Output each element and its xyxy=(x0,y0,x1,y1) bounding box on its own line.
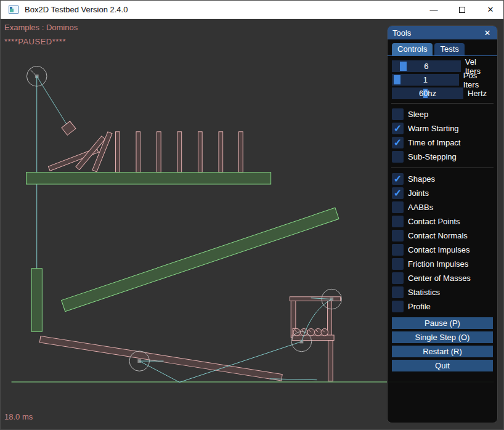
hertz-label: Hertz xyxy=(468,89,487,98)
checkbox-label: Profile xyxy=(408,302,431,311)
pos-iters-row: 1 Pos Iters xyxy=(392,74,493,86)
tools-panel-title: Tools xyxy=(392,28,411,38)
panel-close-icon[interactable]: ✕ xyxy=(482,28,492,38)
checkbox-profile[interactable] xyxy=(392,301,404,312)
hertz-input[interactable]: 60 hz xyxy=(392,87,463,99)
checkbox-label: Sub-Stepping xyxy=(408,152,457,161)
tools-tabs: Controls Tests xyxy=(388,39,497,56)
domino xyxy=(239,132,243,172)
checkbox-label: Statistics xyxy=(408,288,440,297)
checkbox-joints[interactable]: ✓ xyxy=(392,187,404,199)
check-row-warm-starting[interactable]: ✓ Warm Starting xyxy=(392,121,493,136)
checkbox-sub-stepping[interactable] xyxy=(392,151,404,163)
window-title: Box2D Testbed Version 2.4.0 xyxy=(25,5,128,14)
check-row-friction-impulses[interactable]: Friction Impulses xyxy=(392,257,493,271)
check-row-sleep[interactable]: Sleep xyxy=(392,107,493,121)
paused-label: ****PAUSED**** xyxy=(4,37,66,46)
checkbox-time-of-impact[interactable]: ✓ xyxy=(392,137,404,148)
vel-iters-slider[interactable]: 6 xyxy=(392,60,461,72)
checkbox-contact-normals[interactable] xyxy=(392,230,404,241)
checkbox-label: Sleep xyxy=(408,110,428,119)
check-row-contact-impulses[interactable]: Contact Impulses xyxy=(392,243,493,257)
single-step-button[interactable]: Single Step (O) xyxy=(392,331,493,343)
frame-time-label: 18.0 ms xyxy=(4,412,33,421)
pendulum-bob xyxy=(62,121,76,136)
check-row-sub-stepping[interactable]: Sub-Stepping xyxy=(392,150,493,164)
ramp xyxy=(62,208,339,311)
checkbox-friction-impulses[interactable] xyxy=(392,258,404,270)
domino xyxy=(156,132,161,172)
minimize-button[interactable]: — xyxy=(420,1,448,19)
check-row-contact-normals[interactable]: Contact Normals xyxy=(392,229,493,243)
checkbox-label: Joints xyxy=(408,189,429,198)
hertz-value: 6 xyxy=(419,89,423,98)
close-button[interactable]: ✕ xyxy=(476,1,504,19)
checkbox-aabbs[interactable] xyxy=(392,201,404,213)
domino xyxy=(198,132,202,172)
check-row-statistics[interactable]: Statistics xyxy=(392,285,493,299)
check-icon: ✓ xyxy=(394,189,402,198)
hertz-row: 60 hz Hertz xyxy=(392,87,493,99)
check-row-shapes[interactable]: ✓ Shapes xyxy=(392,172,493,186)
checkbox-sleep[interactable] xyxy=(392,108,404,120)
checkbox-statistics[interactable] xyxy=(392,286,404,298)
domino xyxy=(115,132,120,172)
checkbox-label: Center of Masses xyxy=(408,274,471,283)
window-titlebar[interactable]: Box2D Testbed Version 2.4.0 — ✕ xyxy=(1,1,504,19)
separator xyxy=(391,168,494,168)
frame-structure xyxy=(290,297,340,381)
check-icon: ✓ xyxy=(394,138,402,148)
domino xyxy=(219,132,223,172)
seesaw-plank xyxy=(39,336,282,381)
check-row-center-of-masses[interactable]: Center of Masses xyxy=(392,271,493,285)
checkbox-contact-points[interactable] xyxy=(392,216,404,227)
example-label: Examples : Dominos xyxy=(4,23,78,32)
joint-anchor-dot xyxy=(330,298,333,301)
pos-iters-label: Pos Iters xyxy=(463,71,493,89)
checkbox-label: Friction Impulses xyxy=(408,259,468,269)
check-row-aabbs[interactable]: AABBs xyxy=(392,200,493,214)
vel-iters-value: 6 xyxy=(424,62,428,71)
checkbox-label: Time of Impact xyxy=(408,138,460,147)
checkbox-label: Contact Points xyxy=(408,217,460,226)
separator xyxy=(391,103,494,103)
check-row-joints[interactable]: ✓ Joints xyxy=(392,186,493,200)
checkbox-contact-impulses[interactable] xyxy=(392,244,404,256)
maximize-icon xyxy=(459,7,465,13)
maximize-button[interactable] xyxy=(448,1,476,19)
checkbox-label: Shapes xyxy=(408,174,435,184)
pause-button[interactable]: Pause (P) xyxy=(392,317,493,329)
check-row-profile[interactable]: Profile xyxy=(392,299,493,314)
rope-to-bob xyxy=(37,76,69,128)
domino xyxy=(177,132,182,172)
checkbox-center-of-masses[interactable] xyxy=(392,272,404,284)
checkbox-label: Contact Impulses xyxy=(408,245,469,254)
text-cursor: 0 xyxy=(423,89,428,98)
pos-iters-value: 1 xyxy=(423,75,428,84)
slider-grab[interactable] xyxy=(394,75,400,84)
checkbox-warm-starting[interactable]: ✓ xyxy=(392,123,404,134)
hertz-unit: hz xyxy=(428,89,436,98)
tab-tests[interactable]: Tests xyxy=(434,43,464,55)
pos-iters-slider[interactable]: 1 xyxy=(392,74,459,86)
checkbox-shapes[interactable]: ✓ xyxy=(392,173,404,185)
app-icon xyxy=(9,6,18,14)
check-icon: ✓ xyxy=(394,124,402,134)
slider-grab[interactable] xyxy=(400,62,407,71)
checkbox-label: AABBs xyxy=(408,203,433,212)
checkbox-label: Contact Normals xyxy=(408,231,468,240)
platform-shelf xyxy=(26,172,271,184)
tab-controls[interactable]: Controls xyxy=(392,43,433,55)
checkbox-label: Warm Starting xyxy=(408,124,459,133)
check-row-time-of-impact[interactable]: ✓ Time of Impact xyxy=(392,136,493,150)
quit-button[interactable]: Quit xyxy=(392,360,493,371)
domino xyxy=(136,132,140,172)
check-row-contact-points[interactable]: Contact Points xyxy=(392,214,493,229)
restart-button[interactable]: Restart (R) xyxy=(392,346,493,357)
pillar xyxy=(31,269,42,331)
tools-panel: Tools ✕ Controls Tests 6 Vel Iters 1 Pos… xyxy=(387,25,498,423)
check-icon: ✓ xyxy=(394,174,402,184)
tools-panel-titlebar[interactable]: Tools ✕ xyxy=(388,26,497,39)
